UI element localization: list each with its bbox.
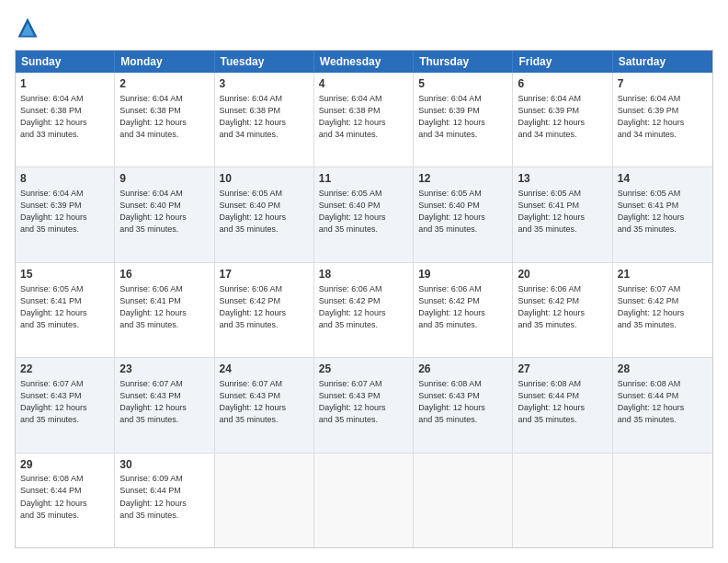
cell-info: Sunrise: 6:06 AMSunset: 6:42 PMDaylight:… [418,283,507,331]
logo-icon [15,15,40,40]
day-number: 11 [319,171,408,187]
header-day-sunday: Sunday [16,51,115,73]
header-day-friday: Friday [513,51,612,73]
cell-info: Sunrise: 6:07 AMSunset: 6:43 PMDaylight:… [20,378,109,426]
day-number: 10 [220,171,309,187]
cal-cell: 23Sunrise: 6:07 AMSunset: 6:43 PMDayligh… [115,358,214,452]
day-number: 27 [518,362,607,377]
calendar-row-1: 1Sunrise: 6:04 AMSunset: 6:38 PMDaylight… [16,73,712,167]
cal-cell: 6Sunrise: 6:04 AMSunset: 6:39 PMDaylight… [513,73,612,167]
cell-info: Sunrise: 6:04 AMSunset: 6:40 PMDaylight:… [119,188,209,236]
day-number: 15 [20,267,109,282]
cal-cell: 8Sunrise: 6:04 AMSunset: 6:39 PMDaylight… [16,167,115,261]
cell-info: Sunrise: 6:04 AMSunset: 6:38 PMDaylight:… [119,93,209,141]
day-number: 23 [119,362,209,377]
day-number: 16 [119,267,209,282]
cell-info: Sunrise: 6:06 AMSunset: 6:42 PMDaylight:… [319,283,408,331]
cal-cell: 15Sunrise: 6:05 AMSunset: 6:41 PMDayligh… [16,263,115,357]
cal-cell: 25Sunrise: 6:07 AMSunset: 6:43 PMDayligh… [314,358,414,452]
cell-info: Sunrise: 6:05 AMSunset: 6:41 PMDaylight:… [20,283,109,331]
cal-cell [215,454,314,547]
day-number: 18 [319,267,408,282]
cell-info: Sunrise: 6:04 AMSunset: 6:39 PMDaylight:… [618,93,708,141]
cell-info: Sunrise: 6:08 AMSunset: 6:44 PMDaylight:… [618,378,708,426]
header-day-thursday: Thursday [414,51,513,73]
cal-cell: 4Sunrise: 6:04 AMSunset: 6:38 PMDaylight… [314,73,414,167]
day-number: 14 [618,171,708,187]
day-number: 1 [20,76,109,92]
cal-cell: 7Sunrise: 6:04 AMSunset: 6:39 PMDaylight… [613,73,712,167]
day-number: 4 [319,76,408,92]
cell-info: Sunrise: 6:07 AMSunset: 6:42 PMDaylight:… [618,283,708,331]
cal-cell [613,454,712,547]
day-number: 20 [518,267,607,282]
cell-info: Sunrise: 6:04 AMSunset: 6:39 PMDaylight:… [518,93,607,141]
calendar-row-5: 29Sunrise: 6:08 AMSunset: 6:44 PMDayligh… [16,453,712,547]
cell-info: Sunrise: 6:04 AMSunset: 6:38 PMDaylight:… [220,93,309,141]
cell-info: Sunrise: 6:04 AMSunset: 6:38 PMDaylight:… [20,93,109,141]
cell-info: Sunrise: 6:05 AMSunset: 6:41 PMDaylight:… [618,188,708,236]
cell-info: Sunrise: 6:08 AMSunset: 6:43 PMDaylight:… [418,378,507,426]
cell-info: Sunrise: 6:04 AMSunset: 6:39 PMDaylight:… [418,93,507,141]
day-number: 19 [418,267,507,282]
calendar-row-4: 22Sunrise: 6:07 AMSunset: 6:43 PMDayligh… [16,357,712,452]
cal-cell: 26Sunrise: 6:08 AMSunset: 6:43 PMDayligh… [414,358,513,452]
cal-cell: 1Sunrise: 6:04 AMSunset: 6:38 PMDaylight… [16,73,115,167]
calendar: SundayMondayTuesdayWednesdayThursdayFrid… [15,50,713,548]
day-number: 2 [119,76,209,92]
cal-cell: 29Sunrise: 6:08 AMSunset: 6:44 PMDayligh… [16,454,115,547]
calendar-row-2: 8Sunrise: 6:04 AMSunset: 6:39 PMDaylight… [16,167,712,261]
cell-info: Sunrise: 6:07 AMSunset: 6:43 PMDaylight:… [119,378,209,426]
header-day-monday: Monday [115,51,214,73]
cal-cell: 12Sunrise: 6:05 AMSunset: 6:40 PMDayligh… [414,167,513,261]
cal-cell: 17Sunrise: 6:06 AMSunset: 6:42 PMDayligh… [215,263,314,357]
cal-cell: 28Sunrise: 6:08 AMSunset: 6:44 PMDayligh… [613,358,712,452]
logo [15,15,44,40]
cal-cell: 19Sunrise: 6:06 AMSunset: 6:42 PMDayligh… [414,263,513,357]
cal-cell: 14Sunrise: 6:05 AMSunset: 6:41 PMDayligh… [613,167,712,261]
day-number: 7 [618,76,708,92]
cell-info: Sunrise: 6:06 AMSunset: 6:42 PMDaylight:… [518,283,607,331]
cal-cell: 10Sunrise: 6:05 AMSunset: 6:40 PMDayligh… [215,167,314,261]
cal-cell: 11Sunrise: 6:05 AMSunset: 6:40 PMDayligh… [314,167,414,261]
cell-info: Sunrise: 6:06 AMSunset: 6:42 PMDaylight:… [220,283,309,331]
cell-info: Sunrise: 6:05 AMSunset: 6:41 PMDaylight:… [518,188,607,236]
cell-info: Sunrise: 6:05 AMSunset: 6:40 PMDaylight:… [220,188,309,236]
cal-cell [414,454,513,547]
cell-info: Sunrise: 6:09 AMSunset: 6:44 PMDaylight:… [119,473,209,521]
cell-info: Sunrise: 6:04 AMSunset: 6:39 PMDaylight:… [20,188,109,236]
day-number: 8 [20,171,109,187]
header [15,15,713,40]
cal-cell: 24Sunrise: 6:07 AMSunset: 6:43 PMDayligh… [215,358,314,452]
cal-cell: 9Sunrise: 6:04 AMSunset: 6:40 PMDaylight… [115,167,214,261]
calendar-header: SundayMondayTuesdayWednesdayThursdayFrid… [16,51,712,73]
cell-info: Sunrise: 6:08 AMSunset: 6:44 PMDaylight:… [20,473,109,521]
cell-info: Sunrise: 6:05 AMSunset: 6:40 PMDaylight:… [319,188,408,236]
day-number: 6 [518,76,607,92]
day-number: 9 [119,171,209,187]
header-day-saturday: Saturday [613,51,712,73]
cal-cell: 2Sunrise: 6:04 AMSunset: 6:38 PMDaylight… [115,73,214,167]
cal-cell [513,454,612,547]
day-number: 26 [418,362,507,377]
cell-info: Sunrise: 6:08 AMSunset: 6:44 PMDaylight:… [518,378,607,426]
cal-cell: 21Sunrise: 6:07 AMSunset: 6:42 PMDayligh… [613,263,712,357]
cell-info: Sunrise: 6:07 AMSunset: 6:43 PMDaylight:… [220,378,309,426]
page: SundayMondayTuesdayWednesdayThursdayFrid… [0,0,728,563]
day-number: 13 [518,171,607,187]
day-number: 28 [618,362,708,377]
calendar-row-3: 15Sunrise: 6:05 AMSunset: 6:41 PMDayligh… [16,262,712,357]
day-number: 24 [220,362,309,377]
cal-cell [314,454,414,547]
cal-cell: 5Sunrise: 6:04 AMSunset: 6:39 PMDaylight… [414,73,513,167]
cell-info: Sunrise: 6:05 AMSunset: 6:40 PMDaylight:… [418,188,507,236]
cal-cell: 22Sunrise: 6:07 AMSunset: 6:43 PMDayligh… [16,358,115,452]
day-number: 30 [119,457,209,473]
cell-info: Sunrise: 6:04 AMSunset: 6:38 PMDaylight:… [319,93,408,141]
day-number: 29 [20,457,109,473]
cal-cell: 30Sunrise: 6:09 AMSunset: 6:44 PMDayligh… [115,454,214,547]
cell-info: Sunrise: 6:06 AMSunset: 6:41 PMDaylight:… [119,283,209,331]
cal-cell: 3Sunrise: 6:04 AMSunset: 6:38 PMDaylight… [215,73,314,167]
day-number: 21 [618,267,708,282]
header-day-wednesday: Wednesday [314,51,414,73]
